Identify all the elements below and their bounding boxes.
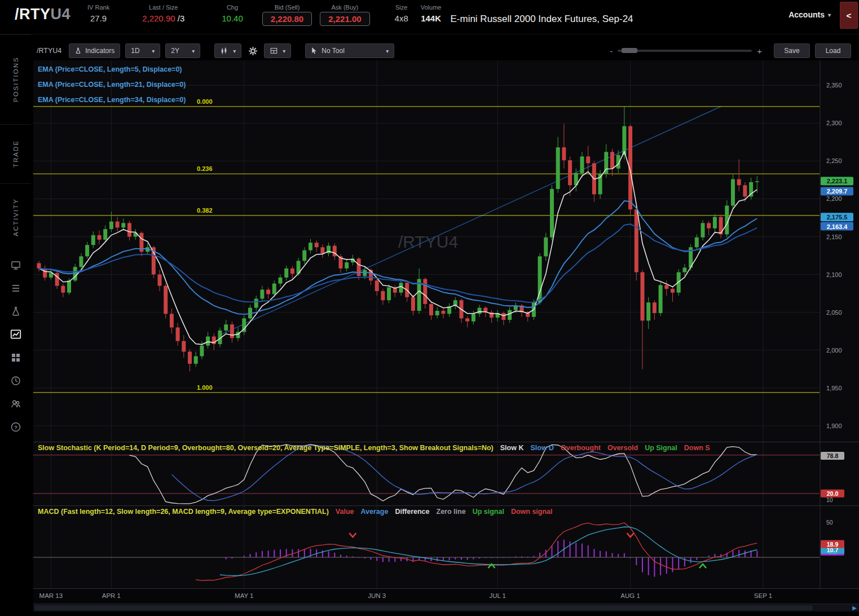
svg-text:1,900: 1,900 bbox=[826, 423, 842, 429]
volume-field: Volume 144K bbox=[421, 4, 442, 23]
volume-value: 144K bbox=[421, 14, 441, 23]
chart-icon[interactable] bbox=[9, 328, 23, 341]
header-bar: /RTYU4 IV Rank 27.9 Last / Size 2,220.90… bbox=[0, 0, 859, 34]
ask-label: Ask (Buy) bbox=[332, 4, 359, 11]
time-axis-label: SEP 1 bbox=[754, 592, 772, 599]
svg-text:1,950: 1,950 bbox=[826, 385, 842, 391]
accounts-label: Accounts bbox=[788, 10, 825, 19]
chevron-down-icon: ▾ bbox=[233, 48, 236, 54]
scroll-right-icon[interactable]: ▶ bbox=[852, 604, 857, 611]
ask-field: Ask (Buy) 2,221.00 bbox=[320, 4, 369, 26]
range-dropdown[interactable]: 2Y ▾ bbox=[165, 43, 200, 58]
symbol-root: /RTY bbox=[15, 6, 51, 23]
chart-watermark: /RTYU4 bbox=[398, 232, 458, 251]
iv-rank-field: IV Rank 27.9 bbox=[87, 4, 109, 23]
chg-label: Chg bbox=[227, 4, 238, 11]
iv-rank-label: IV Rank bbox=[87, 4, 109, 11]
tool-value: No Tool bbox=[321, 47, 344, 55]
zoom-control: - + bbox=[610, 46, 762, 56]
bid-button[interactable]: 2,220.80 bbox=[262, 12, 312, 26]
size-field: Size 4x8 bbox=[395, 4, 408, 23]
bid-label: Bid (Sell) bbox=[275, 4, 300, 11]
sidebar-tab-activity[interactable]: ACTIVITY bbox=[0, 183, 31, 250]
svg-text:2,000: 2,000 bbox=[826, 347, 842, 354]
last-value: 2,220.90 bbox=[142, 14, 175, 23]
svg-text:2,200: 2,200 bbox=[826, 195, 842, 202]
indicators-label: Indicators bbox=[85, 47, 114, 55]
stochastic-canvas[interactable]: 801078.820.0 bbox=[33, 442, 857, 505]
zoom-out-button[interactable]: - bbox=[610, 46, 613, 56]
scrollbar-handle[interactable] bbox=[34, 605, 813, 610]
chevron-down-icon: ▾ bbox=[152, 48, 155, 54]
chg-value: 10.40 bbox=[222, 14, 243, 23]
bid-field: Bid (Sell) 2,220.80 bbox=[262, 4, 312, 26]
time-axis-label: AUG 1 bbox=[620, 592, 640, 599]
svg-text:2,163.4: 2,163.4 bbox=[827, 223, 848, 230]
help-icon[interactable]: ? bbox=[9, 420, 23, 434]
sidebar-tab-trade[interactable]: TRADE bbox=[0, 124, 31, 183]
stochastic-panel: 801078.820.0 Slow Stochastic (K Period=1… bbox=[33, 442, 859, 505]
monitor-icon[interactable] bbox=[9, 258, 23, 272]
timeframe-value: 1D bbox=[131, 47, 139, 55]
iv-rank-value: 27.9 bbox=[90, 14, 107, 23]
macd-panel: 508.210.718.9 MACD (Fast length=12, Slow… bbox=[33, 505, 859, 588]
svg-text:18.9: 18.9 bbox=[827, 541, 839, 548]
ask-button[interactable]: 2,221.00 bbox=[320, 12, 369, 26]
svg-text:?: ? bbox=[14, 425, 17, 430]
svg-text:2,300: 2,300 bbox=[826, 120, 842, 126]
last-size-value: /3 bbox=[178, 14, 185, 23]
time-axis-label: APR 1 bbox=[102, 592, 121, 599]
save-button[interactable]: Save bbox=[774, 43, 810, 58]
svg-text:2,350: 2,350 bbox=[826, 82, 842, 89]
svg-text:10: 10 bbox=[826, 496, 833, 503]
trendline bbox=[220, 107, 721, 335]
layout-grid-icon bbox=[270, 47, 278, 55]
slow-d-line bbox=[171, 446, 757, 501]
zoom-slider[interactable] bbox=[618, 50, 752, 52]
toolbar-symbol: /RTYU4 bbox=[37, 47, 61, 55]
time-axis-label: MAR 13 bbox=[39, 592, 63, 599]
main-chart-panel: 2,3502,3002,2502,2002,1502,1002,0502,000… bbox=[33, 60, 859, 442]
volume-label: Volume bbox=[421, 4, 442, 11]
load-button[interactable]: Load bbox=[815, 43, 851, 58]
svg-text:2,150: 2,150 bbox=[826, 234, 842, 240]
flask-icon bbox=[74, 47, 82, 55]
macd-canvas[interactable]: 508.210.718.9 bbox=[33, 506, 857, 588]
svg-text:78.8: 78.8 bbox=[827, 452, 839, 459]
list-icon[interactable] bbox=[9, 281, 23, 295]
timeframe-dropdown[interactable]: 1D ▾ bbox=[125, 43, 160, 58]
grid-icon[interactable] bbox=[9, 351, 23, 364]
symbol: /RTYU4 bbox=[15, 6, 71, 23]
size-value: 4x8 bbox=[395, 14, 408, 23]
layout-dropdown[interactable]: ▾ bbox=[264, 43, 291, 58]
chevron-down-icon: ▾ bbox=[828, 12, 831, 18]
main-chart-canvas[interactable]: 2,3502,3002,2502,2002,1502,1002,0502,000… bbox=[33, 60, 857, 442]
accounts-dropdown[interactable]: Accounts ▾ bbox=[788, 10, 831, 19]
flask-icon[interactable] bbox=[9, 305, 23, 318]
candlestick-chart-icon bbox=[220, 47, 228, 55]
range-value: 2Y bbox=[171, 47, 179, 55]
settings-gear-icon[interactable] bbox=[246, 44, 259, 58]
drawing-tool-dropdown[interactable]: No Tool ▾ bbox=[305, 43, 394, 58]
chart-style-dropdown[interactable]: ▾ bbox=[214, 43, 241, 58]
time-axis[interactable]: MAR 13APR 1MAY 1JUN 3JUL 1AUG 1SEP 1 bbox=[33, 588, 859, 604]
indicators-button[interactable]: Indicators bbox=[69, 43, 120, 58]
chevron-down-icon: ▾ bbox=[283, 48, 285, 54]
chart-scrollbar[interactable]: ▶ bbox=[33, 604, 859, 611]
svg-text:2,209.7: 2,209.7 bbox=[827, 188, 848, 195]
ema-line bbox=[39, 201, 757, 314]
svg-text:0.382: 0.382 bbox=[197, 207, 213, 214]
svg-text:1.000: 1.000 bbox=[197, 384, 213, 391]
last-size-field: Last / Size 2,220.90 /3 bbox=[142, 4, 184, 23]
svg-text:2,100: 2,100 bbox=[826, 271, 842, 278]
svg-text:0.000: 0.000 bbox=[197, 98, 213, 105]
time-axis-label: MAY 1 bbox=[235, 592, 253, 599]
users-icon[interactable] bbox=[9, 397, 23, 411]
chevron-down-icon: ▾ bbox=[192, 48, 195, 54]
chart-toolbar: /RTYU4 Indicators 1D ▾ 2Y ▾ ▾ bbox=[33, 41, 859, 60]
sidebar-tab-positions[interactable]: POSITIONS bbox=[0, 34, 31, 124]
zoom-in-button[interactable]: + bbox=[757, 46, 762, 56]
clock-icon[interactable] bbox=[9, 374, 23, 388]
collapse-panel-button[interactable]: < bbox=[840, 2, 858, 29]
zoom-slider-handle[interactable] bbox=[622, 48, 637, 53]
